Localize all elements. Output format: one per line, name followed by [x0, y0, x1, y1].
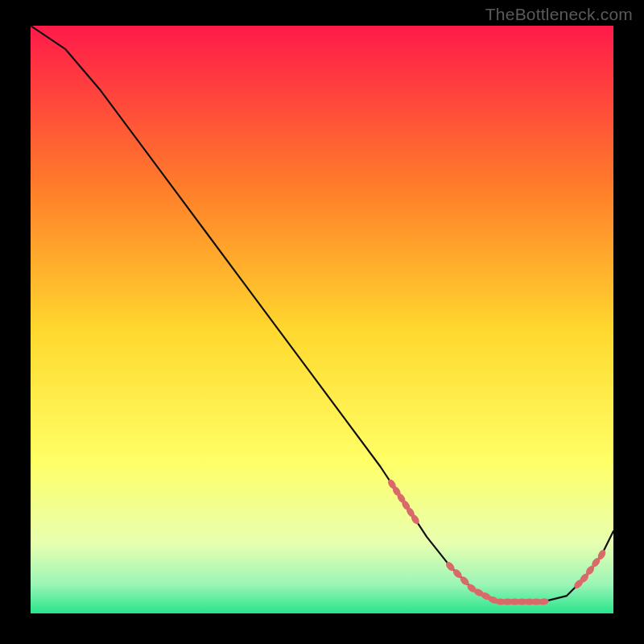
plot-area [31, 26, 613, 613]
watermark-text: TheBottleneck.com [485, 5, 633, 24]
chart-frame: TheBottleneck.com [0, 0, 644, 644]
chart-svg [31, 26, 613, 613]
